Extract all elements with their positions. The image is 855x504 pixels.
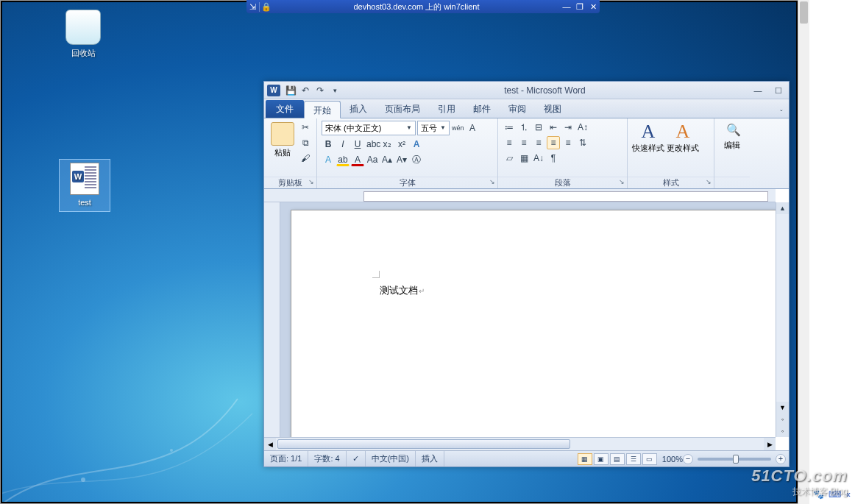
tab-review[interactable]: 审阅 [500, 100, 535, 118]
status-words[interactable]: 字数: 4 [308, 451, 346, 466]
status-proofing[interactable]: ✓ [347, 451, 366, 466]
view-fullscreen-icon[interactable]: ▣ [594, 453, 609, 465]
increase-indent-icon[interactable]: ⇥ [561, 121, 575, 134]
font-launcher-icon[interactable]: ↘ [489, 178, 495, 185]
view-web-icon[interactable]: ▤ [610, 453, 625, 465]
tab-home[interactable]: 开始 [304, 101, 341, 118]
document-page[interactable]: 测试文档↵ [291, 210, 789, 437]
phonetic-guide-icon[interactable]: wén [451, 121, 464, 135]
change-styles-button[interactable]: A 更改样式 [667, 121, 699, 154]
paragraph-launcher-icon[interactable]: ↘ [619, 178, 625, 185]
qat-customize-icon[interactable]: ▾ [327, 87, 342, 94]
format-painter-icon[interactable]: 🖌 [299, 152, 312, 165]
numbering-icon[interactable]: ⒈ [517, 121, 531, 134]
zoom-value[interactable]: 100% [662, 455, 683, 464]
tray-paw-icon[interactable]: 🐾 [813, 489, 824, 500]
vertical-scrollbar[interactable]: ▲ ▼ ◦ ◦ [776, 202, 789, 437]
underline-button[interactable]: U [351, 138, 364, 151]
styles-launcher-icon[interactable]: ↘ [706, 178, 712, 185]
justify-icon[interactable]: ≡ [547, 136, 560, 149]
status-language[interactable]: 中文(中国) [366, 451, 416, 466]
subscript-button[interactable]: x₂ [380, 138, 394, 151]
zoom-out-button[interactable]: − [683, 454, 693, 464]
sort-icon[interactable]: A↓ [532, 152, 545, 165]
bullets-icon[interactable]: ≔ [503, 121, 516, 134]
quick-styles-button[interactable]: A 快速样式 [632, 121, 664, 154]
clear-formatting-icon[interactable]: A [322, 153, 335, 166]
enclose-characters-icon[interactable]: Ⓐ [410, 153, 423, 166]
hscroll-thumb[interactable] [277, 439, 570, 449]
desktop-file-test[interactable]: test [59, 159, 110, 212]
status-mode[interactable]: 插入 [416, 451, 444, 466]
document-content[interactable]: 测试文档↵ [380, 284, 425, 297]
qat-undo-icon[interactable]: ↶ [298, 85, 313, 96]
zoom-slider-knob[interactable] [733, 455, 739, 464]
scroll-left-icon[interactable]: ◀ [264, 438, 276, 450]
font-name-combo[interactable]: 宋体 (中文正文)▼ [322, 121, 416, 135]
cut-icon[interactable]: ✂ [299, 121, 312, 134]
show-marks-icon[interactable]: ¶ [547, 152, 560, 165]
zoom-in-button[interactable]: + [776, 454, 786, 464]
multilevel-list-icon[interactable]: ⊟ [532, 121, 545, 134]
zoom-slider[interactable] [698, 458, 771, 461]
italic-button[interactable]: I [336, 138, 350, 151]
align-center-icon[interactable]: ≡ [517, 136, 531, 149]
scroll-down-icon[interactable]: ▼ [776, 402, 789, 414]
viewer-scroll-thumb[interactable] [800, 1, 808, 24]
rd-minimize-button[interactable]: — [560, 2, 573, 11]
distributed-icon[interactable]: ≡ [561, 136, 575, 149]
tray-keyboard-icon[interactable]: ⌨ [829, 489, 841, 500]
pin-icon[interactable]: ⇲ [246, 2, 260, 12]
borders-icon[interactable]: ▦ [517, 152, 531, 165]
qat-redo-icon[interactable]: ↷ [313, 85, 327, 96]
vscroll-track[interactable] [776, 214, 789, 402]
shrink-font-icon[interactable]: A▾ [395, 153, 408, 166]
view-draft-icon[interactable]: ▭ [642, 453, 657, 465]
view-outline-icon[interactable]: ☰ [626, 453, 641, 465]
hscroll-track[interactable] [276, 438, 764, 450]
scroll-up-icon[interactable]: ▲ [776, 202, 789, 214]
change-case-icon[interactable]: Aa [366, 153, 379, 166]
horizontal-scrollbar[interactable]: ◀ ▶ [264, 437, 776, 450]
tab-references[interactable]: 引用 [429, 100, 464, 118]
ribbon-minimize-icon[interactable]: ˇ [774, 110, 789, 118]
editing-button[interactable]: 🔍 编辑 [719, 121, 745, 151]
tray-chevron-icon[interactable]: « [845, 489, 851, 500]
tab-layout[interactable]: 页面布局 [376, 100, 429, 118]
font-size-combo[interactable]: 五号▼ [417, 121, 450, 135]
viewer-vertical-scrollbar[interactable] [798, 0, 809, 504]
rd-close-button[interactable]: ✕ [586, 2, 600, 12]
win7-desktop[interactable]: 回收站 test W 💾 ↶ ↷ ▾ test - Microsoft Word… [2, 2, 796, 502]
recycle-bin-icon[interactable]: 回收站 [57, 10, 109, 59]
vertical-ruler[interactable] [264, 202, 280, 437]
lock-icon[interactable]: 🔒 [260, 2, 273, 12]
status-page[interactable]: 页面: 1/1 [264, 451, 308, 466]
grow-font-icon[interactable]: A▴ [380, 153, 394, 166]
superscript-button[interactable]: x² [395, 138, 408, 151]
align-left-icon[interactable]: ≡ [503, 136, 516, 149]
view-print-layout-icon[interactable]: ▦ [578, 453, 592, 465]
text-effects-icon[interactable]: A [410, 138, 423, 151]
clipboard-launcher-icon[interactable]: ↘ [308, 178, 314, 185]
maximize-button[interactable]: ☐ [768, 84, 789, 97]
horizontal-ruler[interactable] [264, 189, 776, 202]
strikethrough-button[interactable]: abc [366, 138, 379, 151]
decrease-indent-icon[interactable]: ⇤ [547, 121, 560, 134]
tab-file[interactable]: 文件 [266, 100, 304, 118]
tab-insert[interactable]: 插入 [341, 100, 376, 118]
line-spacing-icon[interactable]: ⇅ [576, 136, 589, 149]
paste-button[interactable]: 粘贴 [269, 121, 297, 158]
align-right-icon[interactable]: ≡ [532, 136, 545, 149]
text-direction-icon[interactable]: A↕ [576, 121, 589, 134]
word-titlebar[interactable]: W 💾 ↶ ↷ ▾ test - Microsoft Word — ☐ [264, 82, 789, 99]
character-border-icon[interactable]: A [466, 121, 479, 135]
scroll-right-icon[interactable]: ▶ [764, 438, 776, 450]
minimize-button[interactable]: — [748, 84, 768, 97]
copy-icon[interactable]: ⧉ [299, 136, 312, 149]
remote-session-titlebar[interactable]: ⇲ 🔒 devhost03.dev.com 上的 win7client — ❐ … [246, 0, 600, 13]
qat-save-icon[interactable]: 💾 [283, 85, 298, 96]
tab-view[interactable]: 视图 [535, 100, 570, 118]
highlight-color-icon[interactable]: ab [336, 153, 350, 166]
next-page-icon[interactable]: ◦ [776, 425, 789, 437]
font-color-icon[interactable]: A [351, 153, 364, 166]
